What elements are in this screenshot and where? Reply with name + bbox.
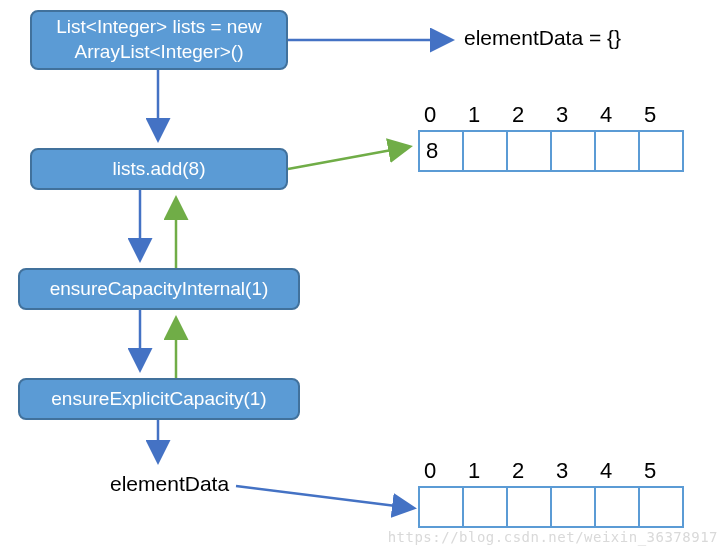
array1-cell xyxy=(594,130,640,172)
array1-cell xyxy=(638,130,684,172)
array2-idx: 2 xyxy=(506,458,552,484)
arrow-init-to-elementdata xyxy=(288,30,460,50)
watermark: https://blog.csdn.net/weixin_36378917 xyxy=(388,529,718,545)
arrow-add-to-array1 xyxy=(288,145,416,185)
array1-cell xyxy=(462,130,508,172)
node-ensure-explicit-label: ensureExplicitCapacity(1) xyxy=(51,387,266,412)
array2-cell xyxy=(418,486,464,528)
array1-cell: 8 xyxy=(418,130,464,172)
array1-idx: 5 xyxy=(638,102,684,128)
array2-idx: 0 xyxy=(418,458,464,484)
array2-idx: 1 xyxy=(462,458,508,484)
array1-idx: 1 xyxy=(462,102,508,128)
array1-indices: 0 1 2 3 4 5 xyxy=(418,102,684,128)
array2-cell xyxy=(550,486,596,528)
array1-idx: 4 xyxy=(594,102,640,128)
array1-cells: 8 xyxy=(418,130,684,172)
svg-line-8 xyxy=(236,486,412,508)
node-ensure-internal: ensureCapacityInternal(1) xyxy=(18,268,300,310)
node-add: lists.add(8) xyxy=(30,148,288,190)
label-elementdata-init: elementData = {} xyxy=(464,26,621,50)
array1-idx: 0 xyxy=(418,102,464,128)
array2-cells xyxy=(418,486,684,528)
array1-cell xyxy=(550,130,596,172)
node-init-label: List<Integer> lists = new ArrayList<Inte… xyxy=(56,15,261,64)
array2-indices: 0 1 2 3 4 5 xyxy=(418,458,684,484)
array2-idx: 4 xyxy=(594,458,640,484)
arrow-internal-to-explicit xyxy=(130,310,150,378)
node-add-label: lists.add(8) xyxy=(113,157,206,182)
arrow-explicit-to-elementdata xyxy=(148,420,168,470)
arrow-explicit-to-internal xyxy=(166,310,186,378)
array2-idx: 3 xyxy=(550,458,596,484)
array1-idx: 2 xyxy=(506,102,552,128)
node-ensure-explicit: ensureExplicitCapacity(1) xyxy=(18,378,300,420)
label-elementdata-final: elementData xyxy=(110,472,229,496)
array2-idx: 5 xyxy=(638,458,684,484)
svg-line-2 xyxy=(288,147,408,169)
arrow-internal-to-add xyxy=(166,190,186,268)
array2-cell xyxy=(462,486,508,528)
array1-idx: 3 xyxy=(550,102,596,128)
node-ensure-internal-label: ensureCapacityInternal(1) xyxy=(50,277,269,302)
array1-cell xyxy=(506,130,552,172)
array2-cell xyxy=(594,486,640,528)
array2-cell xyxy=(638,486,684,528)
node-init: List<Integer> lists = new ArrayList<Inte… xyxy=(30,10,288,70)
array2-cell xyxy=(506,486,552,528)
arrow-add-to-internal xyxy=(130,190,150,268)
arrow-init-to-add xyxy=(148,70,168,148)
arrow-elementdata-to-array2 xyxy=(236,480,422,520)
